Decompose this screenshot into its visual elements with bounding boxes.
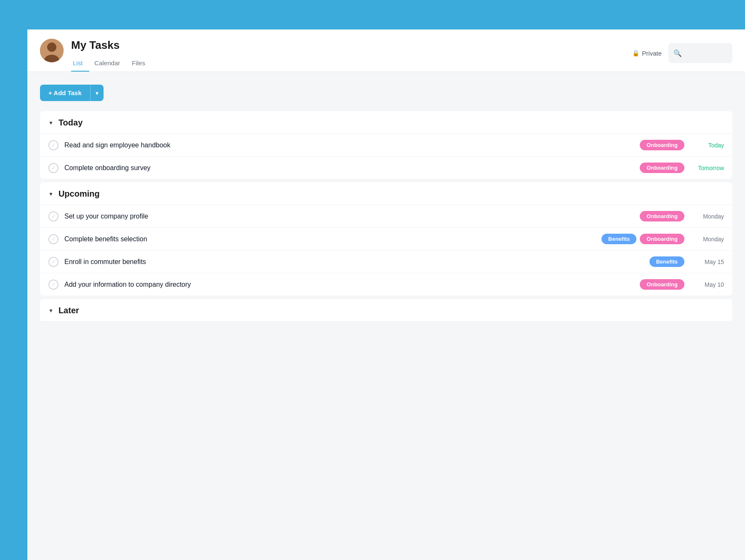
task-date-3: Monday [690,213,724,220]
chevron-down-icon: ▼ [48,191,53,197]
section-upcoming-title: Upcoming [59,189,100,199]
content-area: + Add Task ▾ ▼ Today ✓ Read and sign emp… [27,72,745,338]
task-checkbox-2[interactable]: ✓ [48,163,59,173]
section-later-header[interactable]: ▼ Later [40,299,732,322]
add-task-group: + Add Task ▾ [40,85,732,101]
section-upcoming-header[interactable]: ▼ Upcoming [40,182,732,205]
section-upcoming: ▼ Upcoming ✓ Set up your company profile… [40,182,732,296]
table-row: ✓ Read and sign employee handbook Onboar… [40,134,732,157]
tab-files[interactable]: Files [130,56,152,72]
task-checkbox-6[interactable]: ✓ [48,280,59,290]
task-checkbox-3[interactable]: ✓ [48,211,59,221]
table-row: ✓ Add your information to company direct… [40,273,732,296]
private-badge: 🔒 Private [632,50,662,57]
search-box-wrap[interactable]: 🔍 [668,43,732,63]
tag-onboarding: Onboarding [640,279,684,290]
header: My Tasks List Calendar Files 🔒 Private 🔍 [27,29,745,72]
table-row: ✓ Set up your company profile Onboarding… [40,205,732,228]
tag-onboarding: Onboarding [640,234,684,244]
tab-calendar[interactable]: Calendar [93,56,127,72]
section-today-title: Today [59,118,82,128]
section-today-header[interactable]: ▼ Today [40,111,732,134]
task-date-4: Monday [690,236,724,243]
section-later-title: Later [59,306,79,315]
tag-onboarding: Onboarding [640,140,684,150]
chevron-down-icon: ▼ [48,308,53,314]
task-name-6: Add your information to company director… [64,281,634,288]
chevron-down-icon: ▾ [96,90,98,96]
task-checkbox-5[interactable]: ✓ [48,257,59,267]
table-row: ✓ Complete onboarding survey Onboarding … [40,157,732,179]
header-title-area: My Tasks List Calendar Files [71,37,155,72]
task-tags-2: Onboarding [640,163,684,173]
task-tags-1: Onboarding [640,140,684,150]
task-tags-3: Onboarding [640,211,684,221]
task-date-1: Today [690,142,724,149]
task-name-5: Enroll in commuter benefits [64,258,644,266]
top-bar [0,0,745,29]
section-today: ▼ Today ✓ Read and sign employee handboo… [40,111,732,179]
svg-point-1 [47,43,56,52]
section-later: ▼ Later [40,299,732,322]
tag-benefits: Benefits [601,234,636,244]
task-tags-4: Benefits Onboarding [601,234,684,244]
table-row: ✓ Complete benefits selection Benefits O… [40,228,732,251]
page-title: My Tasks [71,39,155,52]
tab-list[interactable]: List [71,56,89,72]
task-date-5: May 15 [690,259,724,265]
task-checkbox-1[interactable]: ✓ [48,140,59,150]
task-tags-6: Onboarding [640,279,684,290]
add-task-dropdown-button[interactable]: ▾ [90,85,104,101]
search-input[interactable] [685,46,727,60]
tag-onboarding: Onboarding [640,163,684,173]
task-checkbox-4[interactable]: ✓ [48,234,59,244]
search-icon: 🔍 [673,49,682,57]
header-left: My Tasks List Calendar Files [40,37,155,72]
task-name-1: Read and sign employee handbook [64,141,634,149]
privacy-label: Private [642,50,662,57]
task-name-2: Complete onboarding survey [64,164,634,172]
chevron-down-icon: ▼ [48,120,53,126]
main-container: My Tasks List Calendar Files 🔒 Private 🔍 [27,29,745,560]
avatar [40,39,64,62]
nav-tabs: List Calendar Files [71,56,155,72]
task-name-4: Complete benefits selection [64,235,596,243]
add-task-label: + Add Task [48,89,82,96]
task-tags-5: Benefits [649,256,684,267]
tag-benefits: Benefits [649,256,684,267]
header-right: 🔒 Private 🔍 [632,37,732,71]
lock-icon: 🔒 [632,50,639,56]
task-name-3: Set up your company profile [64,213,634,220]
task-date-6: May 10 [690,281,724,288]
tag-onboarding: Onboarding [640,211,684,221]
add-task-button[interactable]: + Add Task [40,85,90,101]
task-date-2: Tomorrow [690,165,724,171]
table-row: ✓ Enroll in commuter benefits Benefits M… [40,251,732,273]
